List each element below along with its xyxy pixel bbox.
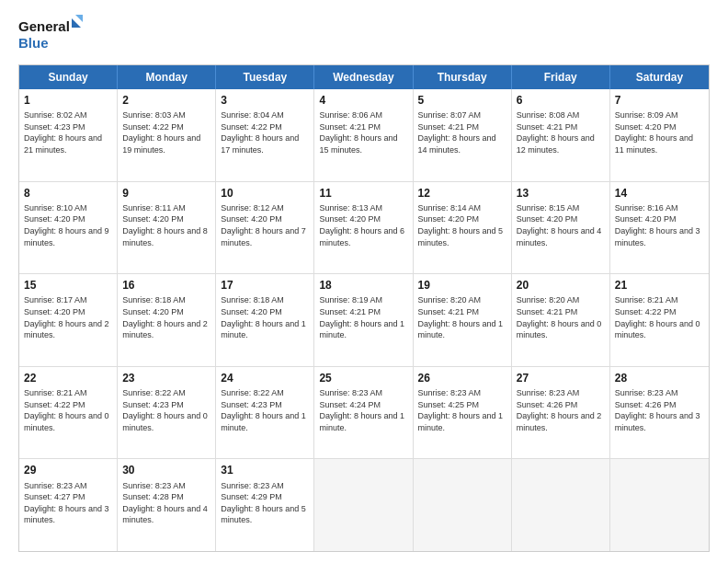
- svg-text:General: General: [18, 18, 70, 34]
- cell-text: Sunrise: 8:09 AMSunset: 4:20 PMDaylight:…: [615, 109, 704, 155]
- logo: General Blue: [18, 15, 83, 55]
- day-number: 14: [615, 186, 704, 201]
- day-number: 13: [517, 186, 605, 201]
- day-number: 25: [319, 371, 407, 385]
- cell-text: Sunrise: 8:19 AMSunset: 4:21 PMDaylight:…: [319, 294, 407, 340]
- day-number: 15: [24, 278, 112, 293]
- calendar-cell: 19Sunrise: 8:20 AMSunset: 4:21 PMDayligh…: [414, 274, 512, 366]
- day-number: 3: [221, 93, 309, 108]
- cell-text: Sunrise: 8:22 AMSunset: 4:23 PMDaylight:…: [221, 387, 309, 433]
- calendar-cell: [314, 459, 413, 551]
- day-number: 9: [122, 186, 210, 201]
- cell-text: Sunrise: 8:17 AMSunset: 4:20 PMDaylight:…: [24, 294, 112, 340]
- calendar-cell: 30Sunrise: 8:23 AMSunset: 4:28 PMDayligh…: [118, 459, 216, 551]
- day-number: 2: [122, 93, 210, 108]
- cell-text: Sunrise: 8:21 AMSunset: 4:22 PMDaylight:…: [615, 294, 704, 340]
- calendar-cell: 3Sunrise: 8:04 AMSunset: 4:22 PMDaylight…: [216, 89, 314, 181]
- calendar-cell: 15Sunrise: 8:17 AMSunset: 4:20 PMDayligh…: [19, 274, 118, 366]
- cell-text: Sunrise: 8:23 AMSunset: 4:26 PMDaylight:…: [517, 387, 605, 433]
- cell-text: Sunrise: 8:15 AMSunset: 4:20 PMDaylight:…: [517, 202, 605, 248]
- day-number: 24: [221, 371, 309, 385]
- day-number: 23: [122, 371, 210, 385]
- cell-text: Sunrise: 8:23 AMSunset: 4:29 PMDaylight:…: [221, 480, 309, 526]
- calendar-cell: 26Sunrise: 8:23 AMSunset: 4:25 PMDayligh…: [414, 367, 512, 459]
- day-number: 6: [517, 93, 605, 108]
- svg-marker-3: [75, 15, 83, 22]
- day-number: 31: [221, 463, 309, 477]
- calendar-week: 15Sunrise: 8:17 AMSunset: 4:20 PMDayligh…: [19, 273, 709, 366]
- cell-text: Sunrise: 8:21 AMSunset: 4:22 PMDaylight:…: [24, 387, 112, 433]
- day-number: 11: [319, 186, 407, 201]
- day-number: 26: [418, 371, 506, 385]
- calendar-cell: 23Sunrise: 8:22 AMSunset: 4:23 PMDayligh…: [118, 367, 216, 459]
- cell-text: Sunrise: 8:06 AMSunset: 4:21 PMDaylight:…: [319, 109, 407, 155]
- header: General Blue: [18, 15, 710, 55]
- day-number: 19: [418, 278, 506, 293]
- calendar-cell: 27Sunrise: 8:23 AMSunset: 4:26 PMDayligh…: [512, 367, 610, 459]
- cell-text: Sunrise: 8:23 AMSunset: 4:26 PMDaylight:…: [615, 387, 704, 433]
- page: General Blue SundayMondayTuesdayWednesda…: [0, 0, 728, 563]
- cell-text: Sunrise: 8:04 AMSunset: 4:22 PMDaylight:…: [221, 109, 309, 155]
- calendar-cell: 4Sunrise: 8:06 AMSunset: 4:21 PMDaylight…: [314, 89, 413, 181]
- calendar-week: 22Sunrise: 8:21 AMSunset: 4:22 PMDayligh…: [19, 366, 709, 459]
- calendar-cell: 25Sunrise: 8:23 AMSunset: 4:24 PMDayligh…: [314, 367, 413, 459]
- calendar-cell: 31Sunrise: 8:23 AMSunset: 4:29 PMDayligh…: [216, 459, 314, 551]
- calendar-cell: 29Sunrise: 8:23 AMSunset: 4:27 PMDayligh…: [19, 459, 118, 551]
- calendar-header-cell: Sunday: [19, 65, 118, 89]
- calendar-cell: 2Sunrise: 8:03 AMSunset: 4:22 PMDaylight…: [118, 89, 216, 181]
- day-number: 21: [615, 278, 704, 293]
- svg-text:Blue: Blue: [18, 35, 49, 51]
- calendar-week: 29Sunrise: 8:23 AMSunset: 4:27 PMDayligh…: [19, 458, 709, 551]
- day-number: 20: [517, 278, 605, 293]
- day-number: 16: [122, 278, 210, 293]
- calendar-cell: 7Sunrise: 8:09 AMSunset: 4:20 PMDaylight…: [610, 89, 709, 181]
- calendar-header-cell: Wednesday: [314, 65, 413, 89]
- calendar-cell: [610, 459, 709, 551]
- cell-text: Sunrise: 8:08 AMSunset: 4:21 PMDaylight:…: [517, 109, 605, 155]
- calendar-cell: 6Sunrise: 8:08 AMSunset: 4:21 PMDaylight…: [512, 89, 610, 181]
- calendar-cell: 11Sunrise: 8:13 AMSunset: 4:20 PMDayligh…: [314, 182, 413, 274]
- cell-text: Sunrise: 8:23 AMSunset: 4:25 PMDaylight:…: [418, 387, 506, 433]
- day-number: 12: [418, 186, 506, 201]
- calendar-cell: 9Sunrise: 8:11 AMSunset: 4:20 PMDaylight…: [118, 182, 216, 274]
- calendar-cell: 28Sunrise: 8:23 AMSunset: 4:26 PMDayligh…: [610, 367, 709, 459]
- day-number: 5: [418, 93, 506, 108]
- cell-text: Sunrise: 8:14 AMSunset: 4:20 PMDaylight:…: [418, 202, 506, 248]
- calendar-cell: 20Sunrise: 8:20 AMSunset: 4:21 PMDayligh…: [512, 274, 610, 366]
- calendar-cell: 21Sunrise: 8:21 AMSunset: 4:22 PMDayligh…: [610, 274, 709, 366]
- calendar-cell: 12Sunrise: 8:14 AMSunset: 4:20 PMDayligh…: [414, 182, 512, 274]
- calendar: SundayMondayTuesdayWednesdayThursdayFrid…: [18, 64, 710, 552]
- calendar-cell: 8Sunrise: 8:10 AMSunset: 4:20 PMDaylight…: [19, 182, 118, 274]
- calendar-header-cell: Saturday: [610, 65, 709, 89]
- cell-text: Sunrise: 8:20 AMSunset: 4:21 PMDaylight:…: [418, 294, 506, 340]
- calendar-cell: 17Sunrise: 8:18 AMSunset: 4:20 PMDayligh…: [216, 274, 314, 366]
- day-number: 17: [221, 278, 309, 293]
- cell-text: Sunrise: 8:23 AMSunset: 4:27 PMDaylight:…: [24, 480, 112, 526]
- day-number: 22: [24, 371, 112, 385]
- day-number: 4: [319, 93, 407, 108]
- calendar-cell: 14Sunrise: 8:16 AMSunset: 4:20 PMDayligh…: [610, 182, 709, 274]
- day-number: 1: [24, 93, 112, 108]
- calendar-header-cell: Monday: [118, 65, 216, 89]
- cell-text: Sunrise: 8:10 AMSunset: 4:20 PMDaylight:…: [24, 202, 112, 248]
- cell-text: Sunrise: 8:02 AMSunset: 4:23 PMDaylight:…: [24, 109, 112, 155]
- cell-text: Sunrise: 8:12 AMSunset: 4:20 PMDaylight:…: [221, 202, 309, 248]
- calendar-header-row: SundayMondayTuesdayWednesdayThursdayFrid…: [19, 65, 709, 89]
- day-number: 10: [221, 186, 309, 201]
- generalblue-logo-icon: General Blue: [18, 15, 83, 55]
- cell-text: Sunrise: 8:11 AMSunset: 4:20 PMDaylight:…: [122, 202, 210, 248]
- day-number: 7: [615, 93, 704, 108]
- day-number: 18: [319, 278, 407, 293]
- calendar-body: 1Sunrise: 8:02 AMSunset: 4:23 PMDaylight…: [19, 89, 709, 551]
- cell-text: Sunrise: 8:18 AMSunset: 4:20 PMDaylight:…: [221, 294, 309, 340]
- cell-text: Sunrise: 8:23 AMSunset: 4:28 PMDaylight:…: [122, 480, 210, 526]
- calendar-header-cell: Thursday: [414, 65, 512, 89]
- calendar-cell: 10Sunrise: 8:12 AMSunset: 4:20 PMDayligh…: [216, 182, 314, 274]
- calendar-cell: [414, 459, 512, 551]
- cell-text: Sunrise: 8:16 AMSunset: 4:20 PMDaylight:…: [615, 202, 704, 248]
- calendar-cell: 22Sunrise: 8:21 AMSunset: 4:22 PMDayligh…: [19, 367, 118, 459]
- calendar-cell: 5Sunrise: 8:07 AMSunset: 4:21 PMDaylight…: [414, 89, 512, 181]
- cell-text: Sunrise: 8:07 AMSunset: 4:21 PMDaylight:…: [418, 109, 506, 155]
- calendar-cell: 24Sunrise: 8:22 AMSunset: 4:23 PMDayligh…: [216, 367, 314, 459]
- cell-text: Sunrise: 8:22 AMSunset: 4:23 PMDaylight:…: [122, 387, 210, 433]
